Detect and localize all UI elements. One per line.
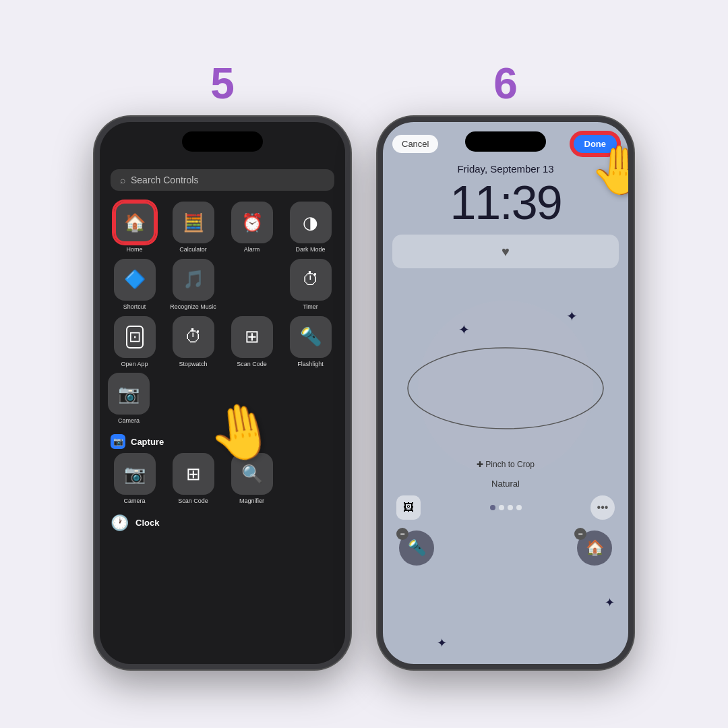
search-text: Search Controls bbox=[131, 175, 198, 185]
capture-camera-icon: 📷 bbox=[124, 464, 146, 485]
scancode-icon-box[interactable]: ⊞ bbox=[231, 316, 273, 358]
sparkle-bottom-right: ✦ bbox=[605, 595, 615, 610]
sparkle-bottom-left: ✦ bbox=[437, 636, 447, 650]
step5-number: 5 bbox=[210, 59, 235, 109]
more-options-icon[interactable]: ••• bbox=[590, 495, 615, 520]
control-scancode[interactable]: ⊞ Scan Code bbox=[225, 316, 278, 368]
camera-top-icon-box[interactable]: 📷 bbox=[108, 373, 150, 415]
style-label: Natural bbox=[383, 479, 628, 489]
control-camera-top[interactable]: 📷 Camera bbox=[108, 373, 150, 425]
recognize-label: Recognize Music bbox=[170, 303, 216, 311]
pinch-label: ✚ Pinch to Crop bbox=[477, 460, 535, 469]
calculator-icon-box[interactable]: 🧮 bbox=[173, 202, 214, 243]
control-recognize[interactable]: 🎵 Recognize Music bbox=[166, 259, 220, 311]
control-darkmode[interactable]: ◑ Dark Mode bbox=[284, 202, 337, 253]
control-timer[interactable]: ⏱ Timer bbox=[284, 259, 337, 311]
controls-row3: ⊡ Open App ⏱ Stopwatch ⊞ Scan Code bbox=[100, 316, 345, 368]
capture-scan-icon-box[interactable]: ⊞ bbox=[173, 453, 214, 495]
capture-magnifier-icon: 🔍 bbox=[241, 464, 263, 485]
lockscreen-date: Friday, September 13 bbox=[383, 163, 628, 175]
camera-section-icon: 📷 bbox=[113, 437, 123, 446]
stopwatch-label: Stopwatch bbox=[179, 361, 207, 368]
ls-bottom-bar: 🖼 ••• bbox=[383, 491, 628, 524]
capture-scan-label: Scan Code bbox=[178, 497, 208, 505]
clock-icon: 🕐 bbox=[111, 514, 129, 532]
capture-section-label: Capture bbox=[131, 437, 164, 447]
dot-2 bbox=[499, 505, 504, 510]
home-icon: 🏠 bbox=[124, 212, 146, 233]
capture-section-icon: 📷 bbox=[111, 434, 125, 449]
stopwatch-icon-box[interactable]: ⏱ bbox=[173, 316, 214, 358]
lockscreen-time: 11:39 bbox=[383, 177, 628, 229]
alarm-icon: ⏰ bbox=[241, 212, 263, 233]
calculator-icon: 🧮 bbox=[183, 212, 204, 233]
capture-scan[interactable]: ⊞ Scan Code bbox=[166, 453, 220, 505]
ls-page-dots bbox=[490, 505, 522, 510]
timer-label: Timer bbox=[303, 303, 318, 311]
gallery-icon[interactable]: 🖼 bbox=[396, 495, 421, 520]
screen6: Cancel Done Friday, September 13 11:39 ♥ bbox=[383, 122, 628, 664]
darkmode-icon: ◑ bbox=[303, 212, 318, 233]
stopwatch-icon: ⏱ bbox=[185, 326, 202, 347]
svg-point-0 bbox=[418, 301, 593, 469]
remove-home-badge[interactable]: − bbox=[574, 528, 586, 540]
ls-home-btn[interactable]: − 🏠 bbox=[577, 530, 612, 566]
shortcut-label: Shortcut bbox=[123, 303, 146, 311]
home-label: Home bbox=[126, 246, 142, 253]
capture-camera[interactable]: 📷 Camera bbox=[108, 453, 161, 505]
flashlight-icon: 🔦 bbox=[300, 326, 322, 347]
step5-wrapper: 5 ⌕ Search Controls 🏠 Home bbox=[94, 59, 351, 669]
dynamic-island-6 bbox=[465, 131, 546, 152]
home-icon-box[interactable]: 🏠 bbox=[114, 202, 156, 243]
clock-label: Clock bbox=[135, 518, 159, 528]
camera-row: 📷 Camera bbox=[100, 373, 345, 425]
cancel-button[interactable]: Cancel bbox=[392, 135, 438, 153]
widget-box: ♥ bbox=[392, 235, 619, 268]
ls-flashlight-btn[interactable]: − 🔦 bbox=[399, 530, 434, 566]
openapp-icon-box[interactable]: ⊡ bbox=[114, 316, 156, 358]
clock-section: 🕐 Clock bbox=[100, 510, 345, 536]
phone6: Cancel Done Friday, September 13 11:39 ♥ bbox=[377, 117, 634, 669]
shortcut-icon: 🔷 bbox=[124, 269, 146, 290]
wallpaper-area: ✦ ✦ ✚ Pinch to Crop bbox=[383, 274, 628, 476]
calculator-label: Calculator bbox=[179, 246, 207, 253]
darkmode-icon-box[interactable]: ◑ bbox=[290, 202, 332, 243]
timer-icon-box[interactable]: ⏱ bbox=[290, 259, 332, 301]
control-stopwatch[interactable]: ⏱ Stopwatch bbox=[166, 316, 220, 368]
capture-scan-icon: ⊞ bbox=[186, 464, 201, 485]
capture-camera-label: Camera bbox=[123, 497, 145, 505]
control-home[interactable]: 🏠 Home bbox=[108, 202, 161, 253]
remove-flashlight-badge[interactable]: − bbox=[396, 528, 408, 540]
darkmode-label: Dark Mode bbox=[295, 246, 325, 253]
control-alarm[interactable]: ⏰ Alarm bbox=[225, 202, 278, 253]
capture-magnifier[interactable]: 🔍 Magnifier bbox=[225, 453, 278, 505]
dot-4 bbox=[516, 505, 522, 510]
planet-svg: ✦ ✦ bbox=[404, 280, 607, 469]
screen5: ⌕ Search Controls 🏠 Home 🧮 Calculat bbox=[100, 122, 345, 664]
capture-section-header: 📷 Capture bbox=[100, 429, 345, 453]
camera-top-icon: 📷 bbox=[118, 384, 140, 404]
capture-magnifier-label: Magnifier bbox=[239, 497, 264, 505]
done-button[interactable]: Done bbox=[572, 133, 619, 155]
flashlight-icon-box[interactable]: 🔦 bbox=[290, 316, 332, 358]
controls-row2: 🔷 Shortcut 🎵 Recognize Music ⏱ bbox=[100, 259, 345, 311]
control-openapp[interactable]: ⊡ Open App bbox=[108, 316, 161, 368]
scancode-label: Scan Code bbox=[237, 361, 267, 368]
heart-icon: ♥ bbox=[502, 244, 510, 260]
control-calculator[interactable]: 🧮 Calculator bbox=[166, 202, 220, 253]
capture-magnifier-icon-box[interactable]: 🔍 bbox=[231, 453, 273, 495]
ls-flashlight-icon: 🔦 bbox=[408, 539, 426, 557]
control-flashlight[interactable]: 🔦 Flashlight bbox=[284, 316, 337, 368]
search-bar[interactable]: ⌕ Search Controls bbox=[111, 169, 334, 191]
phone5: ⌕ Search Controls 🏠 Home 🧮 Calculat bbox=[94, 117, 351, 669]
controls-row1: 🏠 Home 🧮 Calculator ⏰ Alarm bbox=[100, 202, 345, 253]
alarm-icon-box[interactable]: ⏰ bbox=[231, 202, 273, 243]
flashlight-label: Flashlight bbox=[297, 361, 324, 368]
step6-wrapper: 6 Cancel Done Friday, September 13 11:39… bbox=[377, 59, 634, 669]
dynamic-island-5 bbox=[182, 131, 263, 152]
openapp-icon: ⊡ bbox=[126, 326, 144, 348]
shortcut-icon-box[interactable]: 🔷 bbox=[114, 259, 156, 301]
control-shortcut[interactable]: 🔷 Shortcut bbox=[108, 259, 161, 311]
capture-camera-icon-box[interactable]: 📷 bbox=[114, 453, 156, 495]
recognize-icon-box[interactable]: 🎵 bbox=[173, 259, 214, 301]
